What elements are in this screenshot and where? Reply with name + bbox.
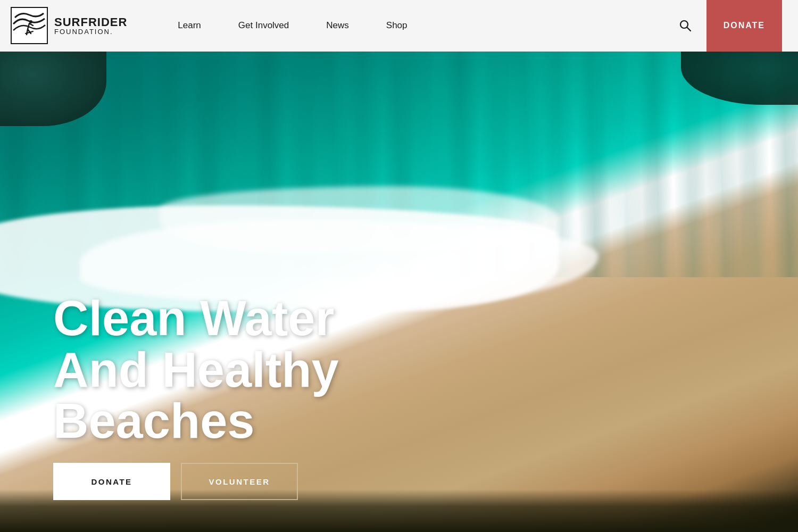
nav-item-shop[interactable]: Shop	[368, 0, 426, 52]
hero-title-line3: Beaches	[53, 394, 254, 448]
search-button[interactable]	[675, 15, 696, 36]
hero-title-line1: Clean Water	[53, 291, 334, 345]
hero-title-line2: And Healthy	[53, 343, 339, 397]
logo-link[interactable]: SURFRIDER FOUNDATION.	[11, 7, 127, 44]
svg-line-3	[687, 28, 691, 31]
hero-donate-button[interactable]: DONATE	[53, 463, 170, 500]
nav-item-learn[interactable]: Learn	[159, 0, 219, 52]
site-header: SURFRIDER FOUNDATION. Learn Get Involved…	[0, 0, 798, 52]
logo-surfrider: SURFRIDER	[54, 16, 127, 28]
header-donate-button[interactable]: DONATE	[706, 0, 782, 52]
hero-buttons: DONATE VOLUNTEER	[53, 463, 298, 500]
logo-icon	[11, 7, 48, 44]
main-nav: Learn Get Involved News Shop	[159, 0, 426, 52]
hero-content: Clean Water And Healthy Beaches	[53, 293, 339, 447]
logo-text: SURFRIDER FOUNDATION.	[54, 16, 127, 35]
header-right: DONATE	[675, 0, 782, 52]
hero-volunteer-button[interactable]: VOLUNTEER	[181, 463, 298, 500]
nav-item-get-involved[interactable]: Get Involved	[220, 0, 307, 52]
logo-foundation: FOUNDATION.	[54, 28, 127, 35]
hero-title: Clean Water And Healthy Beaches	[53, 293, 339, 447]
hero-wave-3	[160, 186, 559, 253]
search-icon	[679, 19, 692, 32]
hero-section: Clean Water And Healthy Beaches DONATE V…	[0, 52, 798, 532]
nav-item-news[interactable]: News	[307, 0, 368, 52]
header-left: SURFRIDER FOUNDATION. Learn Get Involved…	[11, 0, 426, 52]
